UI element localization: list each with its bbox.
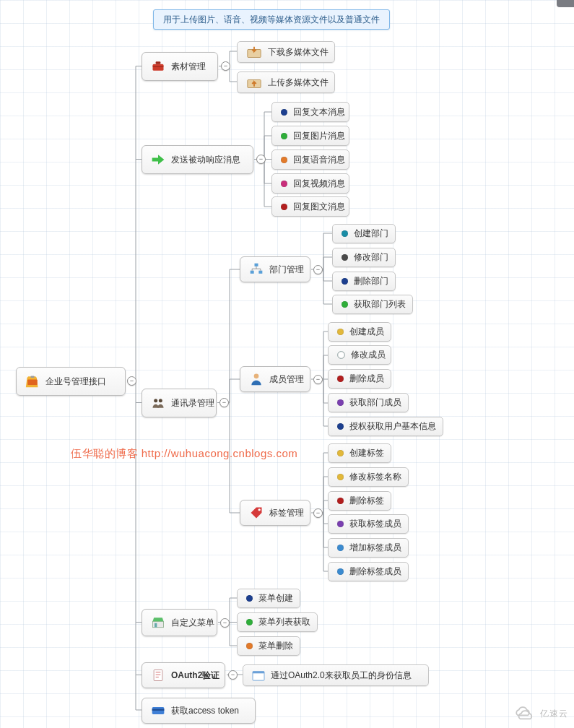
- leaf-passive-text-label: 回复文本消息: [293, 106, 345, 118]
- bullet-icon: [246, 595, 253, 602]
- leaf-passive-video[interactable]: 回复视频消息: [271, 173, 349, 194]
- leaf-member-getdept[interactable]: 获取部门成员: [328, 393, 409, 412]
- leaf-menu-list[interactable]: 菜单列表获取: [237, 612, 318, 632]
- leaf-material-upload[interactable]: 上传多媒体文件: [237, 72, 335, 93]
- leaf-tag-getmember[interactable]: 获取标签成员: [328, 514, 409, 534]
- leaf-passive-news-label: 回复图文消息: [293, 201, 345, 213]
- toggle-tag[interactable]: [313, 508, 323, 518]
- svg-point-7: [154, 399, 157, 402]
- leaf-passive-news[interactable]: 回复图文消息: [271, 196, 349, 217]
- brand-watermark: 亿速云: [513, 706, 568, 722]
- svg-rect-0: [27, 380, 37, 386]
- bullet-icon: [342, 301, 348, 308]
- toggle-custommenu[interactable]: [220, 618, 230, 628]
- leaf-material-upload-label: 上传多媒体文件: [268, 77, 329, 89]
- leaf-passive-text[interactable]: 回复文本消息: [271, 102, 349, 122]
- leaf-dept-create-label: 创建部门: [354, 228, 388, 240]
- node-root-label: 企业号管理接口: [45, 376, 106, 388]
- svg-rect-3: [156, 61, 161, 64]
- node-accesstoken[interactable]: 获取access token: [142, 698, 256, 724]
- leaf-tag-getmember-label: 获取标签成员: [349, 518, 401, 530]
- node-tag[interactable]: 标签管理: [240, 500, 310, 526]
- document-icon: [151, 668, 165, 682]
- svg-rect-18: [253, 672, 264, 674]
- node-member[interactable]: 成员管理: [240, 366, 310, 392]
- leaf-dept-list[interactable]: 获取部门列表: [332, 295, 413, 314]
- toggle-root[interactable]: [127, 376, 136, 386]
- bullet-icon: [246, 619, 253, 625]
- leaf-passive-voice[interactable]: 回复语音消息: [271, 150, 349, 170]
- bullet-icon: [342, 230, 348, 237]
- tag-icon: [249, 506, 264, 520]
- leaf-member-getdept-label: 获取部门成员: [349, 396, 401, 409]
- leaf-member-create-label: 创建成员: [349, 326, 384, 338]
- leaf-member-oauth-label: 授权获取用户基本信息: [349, 420, 436, 433]
- node-contacts-label: 通讯录管理: [171, 397, 214, 410]
- node-contacts[interactable]: 通讯录管理: [142, 389, 217, 417]
- svg-rect-20: [152, 709, 165, 711]
- svg-rect-15: [155, 623, 157, 628]
- svg-rect-4: [153, 66, 164, 67]
- leaf-tag-create[interactable]: 创建标签: [328, 443, 391, 463]
- leaf-member-update[interactable]: 修改成员: [328, 345, 391, 365]
- leaf-menu-create[interactable]: 菜单创建: [237, 589, 300, 608]
- node-root[interactable]: 企业号管理接口: [16, 367, 126, 396]
- node-oauth2[interactable]: OAuth2验证: [142, 662, 225, 688]
- leaf-dept-create[interactable]: 创建部门: [332, 224, 396, 243]
- arrow-right-icon: [151, 152, 165, 167]
- leaf-menu-delete[interactable]: 菜单删除: [237, 636, 300, 656]
- bullet-icon: [337, 329, 344, 335]
- svg-rect-10: [251, 271, 254, 274]
- node-custommenu-label: 自定义菜单: [171, 617, 214, 629]
- bullet-icon: [337, 399, 344, 406]
- bullet-icon: [337, 521, 344, 527]
- toggle-dept[interactable]: [313, 265, 323, 274]
- cloud-stack-icon: [513, 706, 537, 722]
- leaf-oauth2-identity[interactable]: 通过OAuth2.0来获取员工的身份信息: [243, 664, 429, 686]
- toggle-passive[interactable]: [256, 155, 266, 164]
- leaf-tag-addmember-label: 增加标签成员: [349, 542, 401, 554]
- top-note-text: 用于上传图片、语音、视频等媒体资源文件以及普通文件: [163, 14, 380, 26]
- toggle-oauth2[interactable]: [228, 670, 238, 680]
- leaf-tag-addmember[interactable]: 增加标签成员: [328, 538, 409, 558]
- leaf-material-download[interactable]: 下载多媒体文件: [237, 41, 335, 63]
- leaf-passive-video-label: 回复视频消息: [293, 178, 345, 190]
- node-custommenu[interactable]: 自定义菜单: [142, 609, 217, 636]
- toggle-member[interactable]: [313, 375, 323, 384]
- bullet-icon: [337, 498, 344, 504]
- package-up-icon: [246, 76, 262, 89]
- leaf-dept-update[interactable]: 修改部门: [332, 248, 396, 267]
- node-passive[interactable]: 发送被动响应消息: [142, 145, 253, 174]
- tools-icon: [25, 374, 40, 389]
- node-oauth2-label: OAuth2验证: [171, 670, 219, 682]
- leaf-member-oauth[interactable]: 授权获取用户基本信息: [328, 417, 443, 436]
- toggle-material[interactable]: [221, 61, 230, 71]
- leaf-tag-delmember[interactable]: 删除标签成员: [328, 562, 409, 581]
- author-watermark-text: 伍华聪的博客 http://wuhuacong.cnblogs.com: [71, 447, 297, 459]
- bullet-icon: [342, 254, 348, 261]
- leaf-passive-image[interactable]: 回复图片消息: [271, 126, 349, 146]
- bullet-icon: [337, 351, 345, 359]
- bullet-icon: [281, 181, 287, 187]
- leaf-tag-delete[interactable]: 删除标签: [328, 491, 391, 511]
- leaf-dept-delete-label: 删除部门: [354, 275, 388, 287]
- leaf-menu-list-label: 菜单列表获取: [258, 616, 310, 628]
- leaf-dept-delete[interactable]: 删除部门: [332, 272, 396, 291]
- author-watermark: 伍华聪的博客 http://wuhuacong.cnblogs.com: [71, 447, 297, 461]
- leaf-dept-update-label: 修改部门: [354, 251, 388, 264]
- bullet-icon: [342, 278, 348, 285]
- node-material[interactable]: 素材管理: [142, 52, 218, 81]
- leaf-member-delete[interactable]: 删除成员: [328, 369, 391, 389]
- leaf-member-create[interactable]: 创建成员: [328, 322, 391, 342]
- leaf-tag-rename[interactable]: 修改标签名称: [328, 467, 409, 487]
- leaf-tag-create-label: 创建标签: [349, 447, 384, 459]
- storefront-icon: [151, 615, 165, 630]
- bullet-icon: [281, 133, 287, 139]
- leaf-tag-delmember-label: 删除标签成员: [349, 566, 401, 578]
- node-dept[interactable]: 部门管理: [240, 256, 310, 282]
- toggle-contacts[interactable]: [219, 398, 229, 407]
- leaf-oauth2-identity-label: 通过OAuth2.0来获取员工的身份信息: [271, 670, 412, 682]
- svg-rect-9: [255, 264, 258, 266]
- node-accesstoken-label: 获取access token: [171, 705, 239, 717]
- toolbox-icon: [151, 59, 165, 74]
